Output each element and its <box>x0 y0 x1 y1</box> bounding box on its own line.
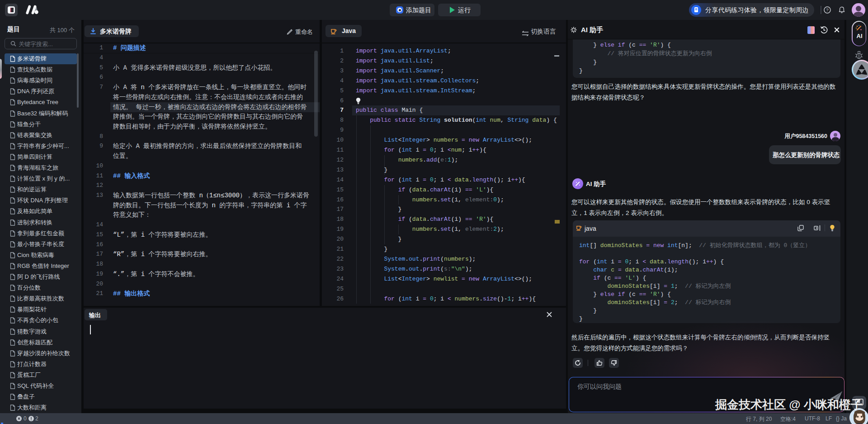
svg-text:?: ? <box>826 7 828 12</box>
